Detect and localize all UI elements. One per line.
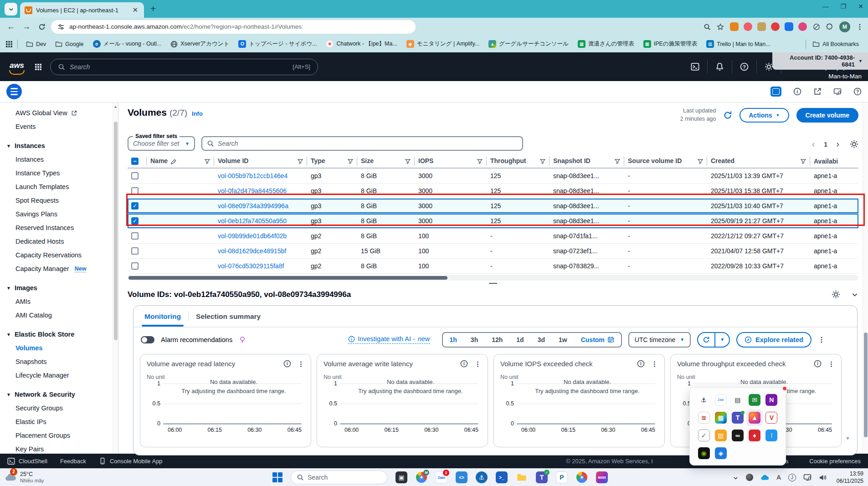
volume-id-link[interactable]: vol-0fa2d479a84455606 <box>218 187 287 194</box>
sidebar-item-aws-global-view[interactable]: AWS Global View <box>0 106 118 120</box>
refresh-options-icon[interactable]: ▼ <box>714 333 729 347</box>
forward-icon[interactable]: → <box>20 22 33 31</box>
filter-funnel-icon[interactable] <box>800 157 806 164</box>
notifications-bell-icon[interactable] <box>707 60 732 74</box>
volume-id-link[interactable]: vol-08e09734a3994996a <box>218 202 288 210</box>
sidebar-item-volumes[interactable]: Volumes <box>0 341 118 355</box>
apps-grid-icon[interactable] <box>5 40 13 48</box>
prev-page-icon[interactable] <box>811 141 817 148</box>
aws-logo[interactable]: aws <box>7 61 26 73</box>
table-row[interactable]: ✓ vol-08e09734a3994996a gp3 8 GiB 3000 1… <box>128 198 858 213</box>
range-1d[interactable]: 1d <box>509 333 530 347</box>
bookmark-item[interactable]: oメール - vuong - Outl... <box>89 39 165 49</box>
column-header[interactable]: Created <box>707 154 810 168</box>
tab-selection-summary[interactable]: Selection summary <box>189 307 268 326</box>
info-circle-icon[interactable] <box>793 87 801 96</box>
extension-camera[interactable] <box>757 22 766 31</box>
saved-filter-select[interactable]: Saved filter sets Choose filter set ▼ <box>128 136 195 151</box>
bookmark-item[interactable]: ▦渡邉さんの管理表 <box>574 39 638 49</box>
bookmark-item[interactable]: ▲グーグルサーチコンソール <box>485 39 572 49</box>
tray-onedrive-icon[interactable] <box>760 473 769 482</box>
sidebar-item-savings-plans[interactable]: Savings Plans <box>0 207 118 221</box>
column-header[interactable]: Snapshot ID <box>550 154 624 168</box>
url-bar[interactable]: ap-northeast-1.console.aws.amazon.com/ec… <box>51 20 416 34</box>
sidebar-item-snapshots[interactable]: Snapshots <box>0 355 118 368</box>
zalo-icon[interactable]: Zalo <box>715 394 727 406</box>
zoom-icon[interactable] <box>704 23 711 31</box>
sidebar-item-security-groups[interactable]: Security Groups <box>0 401 118 415</box>
taskbar-pgadmin-icon[interactable]: P <box>556 471 568 483</box>
extensions-puzzle-icon[interactable] <box>826 23 833 31</box>
footer-feedback-button[interactable]: Feedback <box>60 458 86 465</box>
tray-volume-icon[interactable] <box>819 473 827 481</box>
tray-language-indicator[interactable]: A <box>776 474 781 481</box>
column-header[interactable]: Throughput <box>487 154 550 168</box>
aws-search-input[interactable]: Search [Alt+S] <box>50 59 318 75</box>
table-row[interactable]: vol-09b99de01db64f02b gp2 8 GiB 100 - sn… <box>128 228 858 243</box>
screen-share-icon[interactable] <box>813 87 822 96</box>
window-maximize-icon[interactable]: ❐ <box>841 3 847 10</box>
taskbar-search-input[interactable]: Search <box>291 471 387 484</box>
window-close-icon[interactable]: ✕ <box>858 3 863 10</box>
row-checkbox[interactable] <box>131 187 139 194</box>
column-header[interactable]: IOPS <box>415 154 487 168</box>
sidebar-section-2[interactable]: ▼Instances <box>0 139 118 153</box>
sidebar-item-events[interactable]: Events <box>0 120 118 133</box>
reload-icon[interactable] <box>36 23 48 31</box>
bookmark-item[interactable]: Xserverアカウント <box>167 39 233 49</box>
compass-icon[interactable]: ◈ <box>715 447 727 459</box>
row-checkbox[interactable] <box>131 247 139 255</box>
usb-icon[interactable]: ✓ <box>698 430 710 441</box>
chart-info-icon[interactable] <box>283 360 291 368</box>
table-row[interactable]: vol-0fa2d479a84455606 gp3 8 GiB 3000 125… <box>128 183 858 198</box>
table-row[interactable]: vol-08d1629dce48915bf gp2 15 GiB 100 - s… <box>128 243 858 258</box>
bookmark-item[interactable]: ▥Trello | Man to Man... <box>703 39 774 49</box>
timezone-select[interactable]: UTC timezone▼ <box>628 332 691 348</box>
footer-cloudshell-button[interactable]: CloudShell <box>7 457 47 465</box>
extension-flower[interactable] <box>798 22 807 31</box>
onenote-icon[interactable]: N <box>765 394 777 406</box>
browser-tab[interactable]: Volumes | EC2 | ap-northeast-1 ✕ <box>20 2 144 18</box>
sidebar-item-ami-catalog[interactable]: AMI Catalog <box>0 308 118 322</box>
sidebar-item-key-pairs[interactable]: Key Pairs <box>0 442 118 454</box>
column-header[interactable]: Availabi <box>810 154 858 168</box>
panel-preferences-icon[interactable] <box>832 290 840 299</box>
browser-profile-avatar[interactable]: M <box>839 21 850 32</box>
info-link[interactable]: Info <box>192 110 203 117</box>
docker-icon[interactable]: ⚓ <box>698 394 710 406</box>
table-search-input[interactable]: Search <box>201 136 523 151</box>
account-menu[interactable]: Account ID: 7400-4938-6841▼ <box>772 52 868 70</box>
taskbar-zalo-icon[interactable]: Zalo2 <box>436 471 447 483</box>
scroll-up-icon[interactable]: ▲ <box>113 102 118 109</box>
bookmark-item[interactable]: Dev <box>22 39 50 49</box>
bookmark-item[interactable]: ❋Chatwork - 【ipe】Ma... <box>322 39 401 49</box>
shield-red-icon[interactable]: ♦ <box>749 430 760 441</box>
volume-id-link[interactable]: vol-076cd53029115fa8f <box>218 262 284 270</box>
sidebar-section-12[interactable]: ▼Images <box>0 281 118 295</box>
sidebar-item-lifecycle-manager[interactable]: Lifecycle Manager <box>0 368 118 382</box>
browser-menu-icon[interactable] <box>856 23 863 31</box>
bookmark-star-icon[interactable] <box>717 23 724 31</box>
footer-mobile-app-button[interactable]: Console Mobile App <box>99 457 163 465</box>
tab-search-button[interactable] <box>5 3 17 15</box>
window-minimize-icon[interactable]: — <box>822 3 829 10</box>
cookie-preferences-link[interactable]: Cookie preferences <box>809 458 861 465</box>
sidebar-item-capacity-reservations[interactable]: Capacity Reservations <box>0 248 118 262</box>
volume-id-link[interactable]: vol-08d1629dce48915bf <box>218 247 286 255</box>
explore-related-button[interactable]: Explore related <box>736 332 812 348</box>
chart-info-icon[interactable] <box>814 360 822 368</box>
weather-widget[interactable]: 2 25°C Nhiều mây <box>5 471 59 484</box>
sidebar-scrollbar[interactable]: ▲ <box>113 102 118 454</box>
printer-icon[interactable]: ▤ <box>732 394 744 406</box>
taskbar-teams-icon[interactable]: T✓ <box>536 471 548 483</box>
range-3h[interactable]: 3h <box>464 333 485 347</box>
clock-icon[interactable] <box>853 87 862 96</box>
range-3d[interactable]: 3d <box>531 333 552 347</box>
page-number[interactable]: 1 <box>824 141 827 148</box>
sidebar-menu-icon[interactable] <box>6 84 22 99</box>
tab-monitoring[interactable]: Monitoring <box>137 307 188 326</box>
taskbar-explorer-icon[interactable] <box>516 471 528 483</box>
filter-funnel-icon[interactable] <box>614 157 621 164</box>
start-button-icon[interactable] <box>272 472 282 482</box>
split-panel-icon[interactable] <box>770 87 781 97</box>
